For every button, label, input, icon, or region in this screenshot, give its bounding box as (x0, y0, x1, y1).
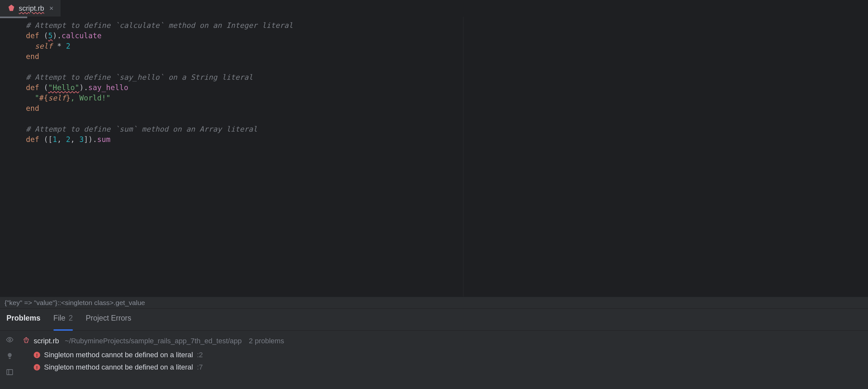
code-punct: ( (39, 31, 48, 40)
code-keyword: def (26, 31, 39, 40)
code-punct: ). (79, 83, 88, 92)
problem-text: Singleton method cannot be defined on a … (44, 363, 193, 371)
layout-icon[interactable] (6, 368, 13, 377)
problems-file-name: script.rb (34, 337, 59, 345)
tab-problems[interactable]: Problems (6, 314, 40, 327)
panel-toolbar (0, 331, 20, 389)
editor-gutter (0, 17, 26, 297)
editor-tab[interactable]: script.rb × (0, 0, 61, 17)
code-punct: , (57, 135, 66, 144)
code-self: self (35, 42, 53, 50)
code-number: 2 (66, 42, 71, 50)
code-punct: ( (39, 83, 48, 92)
bulb-icon[interactable] (6, 352, 13, 361)
code-comment: # Attempt to define `calculate` method o… (26, 21, 293, 29)
problems-list: script.rb ~/RubymineProjects/sample_rail… (20, 331, 868, 389)
code-indent (26, 42, 35, 50)
code-method-name: sum (97, 135, 111, 144)
ruby-icon (8, 4, 15, 12)
editor[interactable]: # Attempt to define `calculate` method o… (0, 17, 868, 297)
code-interp-close: } (66, 94, 71, 102)
svg-rect-1 (7, 369, 12, 375)
error-icon: ! (34, 364, 40, 370)
problem-line: :7 (197, 363, 203, 371)
code-punct: ). (53, 31, 62, 40)
problem-item[interactable]: ! Singleton method cannot be defined on … (23, 361, 868, 373)
tab-file-label: File (54, 314, 65, 323)
code-number: 3 (79, 135, 84, 144)
code-comment: # Attempt to define `sum` method on an A… (26, 125, 257, 133)
breadcrumb[interactable]: {"key" => "value"}::<singleton class>.ge… (0, 297, 868, 308)
code-area[interactable]: # Attempt to define `calculate` method o… (26, 17, 868, 145)
ruby-icon (23, 336, 30, 345)
tab-project-errors[interactable]: Project Errors (86, 314, 131, 327)
code-comment: # Attempt to define `say_hello` on a Str… (26, 73, 253, 81)
problems-file-count: 2 problems (249, 337, 284, 345)
tab-file-underline (54, 329, 73, 331)
panel-tab-strip: Problems File 2 Project Errors (0, 309, 868, 331)
code-string: , World!" (71, 94, 111, 102)
app-root: script.rb × # Attempt to define `calcula… (0, 0, 868, 389)
code-punct: ]). (84, 135, 97, 144)
problem-line: :2 (197, 351, 203, 359)
code-punct: , (71, 135, 80, 144)
tab-title: script.rb (19, 4, 44, 12)
problems-file-path: ~/RubymineProjects/sample_rails_app_7th_… (65, 337, 242, 345)
tab-problems-label: Problems (6, 314, 40, 323)
svg-point-0 (9, 339, 11, 341)
code-interp-open: #{ (39, 94, 48, 102)
code-keyword: end (26, 104, 39, 112)
code-number: 2 (66, 135, 71, 144)
tab-bar: script.rb × (0, 0, 868, 17)
close-icon[interactable]: × (48, 3, 55, 14)
tab-project-errors-label: Project Errors (86, 314, 131, 323)
code-method-name: say_hello (88, 83, 128, 92)
tab-dirty-indicator (0, 17, 27, 18)
tab-file[interactable]: File 2 (54, 314, 73, 327)
eye-icon[interactable] (6, 336, 13, 345)
code-indent (26, 94, 35, 102)
breadcrumb-text: {"key" => "value"}::<singleton class>.ge… (4, 299, 145, 307)
problem-text: Singleton method cannot be defined on a … (44, 351, 193, 359)
problems-file-header[interactable]: script.rb ~/RubymineProjects/sample_rail… (23, 335, 868, 349)
code-self: self (48, 94, 66, 102)
code-method-name: calculate (62, 31, 102, 40)
code-literal-error: "Hello" (48, 83, 79, 92)
problems-panel: Problems File 2 Project Errors (0, 308, 868, 389)
code-string: " (35, 94, 39, 102)
code-literal-error: 5 (48, 31, 53, 40)
code-punct: ([ (39, 135, 53, 144)
code-keyword: def (26, 135, 39, 144)
code-keyword: def (26, 83, 39, 92)
code-number: 1 (53, 135, 57, 144)
problem-item[interactable]: ! Singleton method cannot be defined on … (23, 349, 868, 361)
error-icon: ! (34, 352, 40, 358)
code-operator: * (53, 42, 66, 50)
code-keyword: end (26, 52, 39, 61)
tab-file-count: 2 (69, 314, 73, 323)
